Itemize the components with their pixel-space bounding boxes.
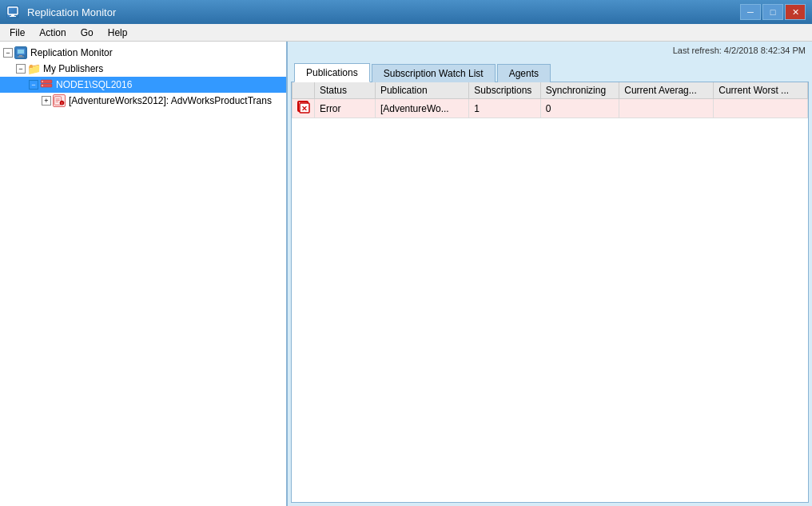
table-header-row: Status Publication Subscriptions Synchro… <box>293 82 808 99</box>
pub-icon: ! <box>53 94 66 107</box>
row-subscriptions: 1 <box>469 99 540 118</box>
menu-item-go[interactable]: Go <box>74 26 100 40</box>
minimize-button[interactable]: ─ <box>740 4 761 20</box>
root-label: Replication Monitor <box>30 47 113 58</box>
tree-node-pub[interactable]: + ! [AdventureWorks2012]: AdvWorksProduc… <box>0 93 286 109</box>
tab-subscription-watch-list[interactable]: Subscription Watch List <box>372 64 496 82</box>
col-header-subscriptions[interactable]: Subscriptions <box>469 82 540 99</box>
row-status: Error <box>314 99 375 118</box>
table-row[interactable]: ✕ Error [AdventureWo... 1 0 <box>293 99 808 118</box>
window-controls: ─ □ ✕ <box>740 4 806 20</box>
col-header-status[interactable]: Status <box>314 82 375 99</box>
svg-rect-0 <box>8 7 18 14</box>
refresh-bar: Last refresh: 4/2/2018 8:42:34 PM <box>288 42 812 59</box>
svg-rect-1 <box>11 14 14 16</box>
app-icon <box>6 6 19 18</box>
tab-agents[interactable]: Agents <box>497 64 551 82</box>
svg-rect-2 <box>10 16 16 17</box>
svg-rect-14 <box>56 102 59 102</box>
col-header-current-average[interactable]: Current Averag... <box>619 82 714 99</box>
publishers-label: My Publishers <box>43 63 103 74</box>
svg-rect-6 <box>18 57 24 58</box>
menu-item-help[interactable]: Help <box>102 26 134 40</box>
publications-table: Status Publication Subscriptions Synchro… <box>292 82 808 118</box>
menu-item-action[interactable]: Action <box>33 26 72 40</box>
maximize-button[interactable]: □ <box>762 4 783 20</box>
expand-pub[interactable]: + <box>42 96 51 106</box>
col-header-icon[interactable] <box>293 82 315 99</box>
expand-publishers[interactable]: − <box>16 64 26 74</box>
svg-rect-5 <box>19 55 22 57</box>
server-label: NODE1\SQL2016 <box>56 79 132 90</box>
row-current-average <box>619 99 714 118</box>
last-refresh-text: Last refresh: 4/2/2018 8:42:34 PM <box>673 46 806 55</box>
row-status-icon: ✕ <box>293 99 315 118</box>
svg-rect-4 <box>18 50 24 54</box>
title-bar: Replication Monitor ─ □ ✕ <box>0 0 812 24</box>
pub-label: [AdventureWorks2012]: AdvWorksProductTra… <box>69 95 272 106</box>
tab-bar: Publications Subscription Watch List Age… <box>288 59 812 82</box>
menu-item-file[interactable]: File <box>3 26 31 40</box>
tree-node-server[interactable]: − NODE1\SQL2016 <box>0 77 286 93</box>
expand-server[interactable]: − <box>29 80 38 90</box>
svg-text:✕: ✕ <box>301 105 308 113</box>
tab-publications[interactable]: Publications <box>294 63 370 82</box>
window-title: Replication Monitor <box>27 6 116 18</box>
folder-icon: 📁 <box>27 62 40 75</box>
tree-node-root[interactable]: − Replication Monitor <box>0 45 286 61</box>
close-button[interactable]: ✕ <box>785 4 806 20</box>
server-icon <box>40 78 53 91</box>
svg-rect-13 <box>56 100 60 101</box>
col-header-publication[interactable]: Publication <box>375 82 468 99</box>
tree-node-publishers[interactable]: − 📁 My Publishers <box>0 61 286 77</box>
monitor-icon <box>14 46 27 59</box>
main-layout: − Replication Monitor − 📁 My Publishers … <box>0 42 812 506</box>
col-header-synchronizing[interactable]: Synchronizing <box>540 82 619 99</box>
row-current-worst <box>714 99 808 118</box>
col-header-current-worst[interactable]: Current Worst ... <box>714 82 808 99</box>
svg-rect-8 <box>42 82 43 82</box>
content-area: Status Publication Subscriptions Synchro… <box>291 82 809 503</box>
svg-rect-12 <box>56 98 60 99</box>
error-icon: ✕ <box>297 101 308 112</box>
title-bar-left: Replication Monitor <box>6 6 116 18</box>
left-panel: − Replication Monitor − 📁 My Publishers … <box>0 42 288 506</box>
row-synchronizing: 0 <box>540 99 619 118</box>
row-publication: [AdventureWo... <box>375 99 468 118</box>
expand-root[interactable]: − <box>3 48 13 58</box>
right-panel: Last refresh: 4/2/2018 8:42:34 PM Public… <box>288 42 812 506</box>
menu-bar: FileActionGoHelp <box>0 24 812 42</box>
svg-rect-10 <box>42 86 43 86</box>
